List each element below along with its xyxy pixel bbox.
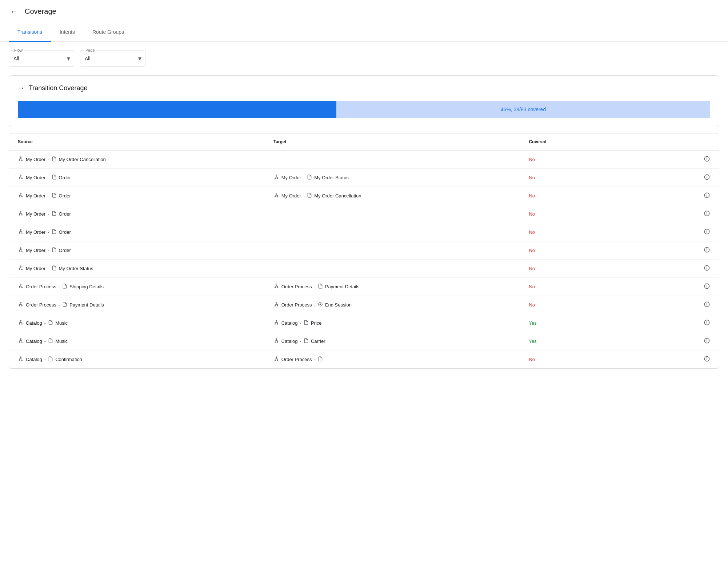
table-row: Order Process - Payment Details Order Pr… (9, 296, 719, 314)
page-name: Order (59, 175, 71, 180)
svg-point-32 (19, 196, 20, 197)
svg-point-17 (276, 175, 277, 176)
info-icon[interactable] (704, 340, 710, 345)
flow-icon (273, 192, 279, 199)
svg-point-149 (275, 342, 275, 342)
flow-name: My Order (26, 175, 45, 180)
coverage-bar-fill (18, 101, 336, 118)
page-icon (52, 265, 57, 272)
page-icon (318, 284, 323, 290)
flow-name: Catalog (26, 357, 42, 362)
flow-icon (18, 320, 24, 326)
svg-point-74 (20, 266, 21, 267)
page-name: My Order Status (314, 175, 349, 180)
svg-point-54 (20, 229, 21, 231)
covered-status: No (529, 211, 535, 217)
column-header-target: Target (265, 133, 520, 151)
svg-point-6 (21, 160, 22, 161)
page-icon (48, 320, 53, 326)
page-name: Payment Details (69, 302, 104, 308)
svg-point-69 (19, 251, 20, 252)
svg-point-59 (19, 233, 20, 233)
flow-filter-select[interactable]: All (9, 52, 74, 65)
page-name: Payment Details (325, 284, 360, 289)
flow-name: Catalog (281, 320, 298, 326)
svg-point-113 (275, 305, 275, 306)
page-name: My Order Cancellation (314, 193, 361, 199)
flow-icon (273, 174, 279, 181)
covered-status: No (529, 284, 535, 289)
back-button[interactable]: ← (9, 6, 19, 17)
flow-icon (18, 192, 24, 199)
svg-point-97 (277, 287, 278, 288)
flow-icon (18, 338, 24, 345)
page-icon (52, 156, 57, 163)
svg-point-70 (21, 251, 22, 252)
table-row: My Order - Order My Order - My Order Can… (9, 187, 719, 205)
covered-status: Yes (529, 338, 536, 344)
page-name: Order (59, 229, 71, 235)
page-icon (307, 193, 312, 199)
svg-point-125 (19, 324, 20, 324)
transition-arrow-icon: → (18, 84, 24, 92)
info-icon[interactable] (704, 194, 710, 200)
svg-point-79 (19, 269, 20, 270)
tab-transitions[interactable]: Transitions (9, 23, 51, 42)
flow-icon (18, 265, 24, 272)
info-icon[interactable] (704, 303, 710, 309)
flow-name: My Order (281, 175, 301, 180)
table-row: My Order - Order No (9, 223, 719, 241)
flow-icon (273, 320, 279, 326)
page-icon (318, 302, 323, 308)
coverage-bar-label: 46%, 38/83 covered (336, 107, 710, 112)
column-header-covered: Covered (520, 133, 633, 151)
info-icon[interactable] (704, 285, 710, 290)
page-name: Carrier (311, 338, 325, 344)
info-icon[interactable] (704, 231, 710, 236)
covered-status: No (529, 266, 535, 271)
info-icon[interactable] (704, 358, 710, 363)
tabs-container: Transitions Intents Route Groups (0, 23, 728, 42)
flow-filter-label: Flow (13, 48, 24, 52)
svg-point-27 (20, 193, 21, 194)
flow-name: Order Process (26, 302, 56, 308)
svg-point-60 (21, 233, 22, 233)
flow-icon (18, 174, 24, 181)
covered-status: No (529, 157, 535, 162)
flow-icon (18, 247, 24, 254)
info-icon[interactable] (704, 176, 710, 181)
svg-point-0 (20, 157, 21, 158)
svg-point-96 (275, 287, 275, 288)
page-name: Order (59, 211, 71, 217)
covered-status: No (529, 357, 535, 362)
tab-intents[interactable]: Intents (51, 23, 84, 42)
page-icon (62, 284, 67, 290)
info-icon[interactable] (704, 212, 710, 218)
page-filter-select[interactable]: All (80, 52, 145, 65)
svg-point-101 (20, 302, 21, 303)
svg-point-50 (21, 215, 22, 215)
page-name: Shipping Details (69, 284, 104, 289)
svg-point-160 (21, 360, 22, 361)
page-icon (48, 338, 53, 344)
svg-point-126 (21, 324, 22, 324)
svg-point-132 (275, 324, 275, 324)
svg-point-154 (20, 357, 21, 358)
column-header-source: Source (9, 133, 265, 151)
flow-icon (273, 301, 279, 308)
info-icon[interactable] (704, 249, 710, 254)
info-icon[interactable] (704, 267, 710, 272)
covered-status: No (529, 248, 535, 253)
svg-point-34 (276, 193, 277, 194)
page-title: Coverage (25, 7, 56, 16)
svg-point-40 (277, 196, 278, 197)
tab-route-groups[interactable]: Route Groups (84, 23, 133, 42)
svg-point-150 (277, 342, 278, 342)
info-icon[interactable] (704, 321, 710, 327)
flow-icon (18, 356, 24, 363)
flow-name: Catalog (281, 338, 298, 344)
info-icon[interactable] (704, 158, 710, 163)
svg-point-159 (19, 360, 20, 361)
svg-point-33 (21, 196, 22, 197)
svg-point-107 (21, 305, 22, 306)
